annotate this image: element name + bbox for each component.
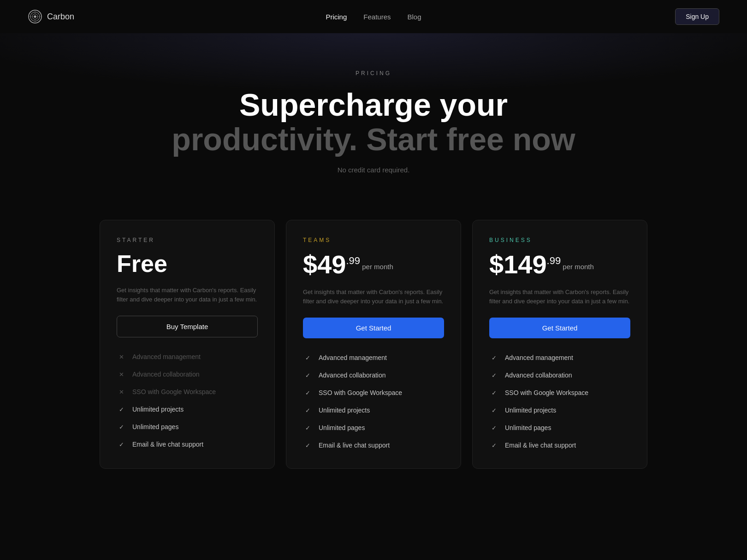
- card-starter: STARTER Free Get insights that matter wi…: [100, 220, 275, 469]
- feature-text: Unlimited pages: [132, 423, 178, 430]
- feature-text: Unlimited pages: [505, 424, 551, 431]
- nav-features[interactable]: Features: [363, 13, 391, 21]
- hero-title-line1: Supercharge your: [239, 87, 508, 122]
- feature-advanced-management: ✕ Advanced management: [117, 352, 258, 361]
- nav-blog[interactable]: Blog: [408, 13, 421, 21]
- feature-text: SSO with Google Workspace: [505, 389, 588, 396]
- check-icon: ✓: [117, 440, 126, 449]
- feature-chat-support: ✓ Email & live chat support: [117, 440, 258, 449]
- check-icon: ✓: [489, 371, 498, 380]
- feature-advanced-management: ✓ Advanced management: [489, 353, 630, 362]
- teams-cta-button[interactable]: Get Started: [303, 318, 444, 338]
- feature-chat-support: ✓ Email & live chat support: [303, 441, 444, 450]
- check-icon: ✓: [303, 388, 312, 397]
- feature-text: Unlimited projects: [319, 407, 370, 414]
- plan-price-business: $149.99 per month: [489, 252, 630, 277]
- feature-unlimited-pages: ✓ Unlimited pages: [489, 423, 630, 432]
- starter-features: ✕ Advanced management ✕ Advanced collabo…: [117, 352, 258, 449]
- feature-unlimited-projects: ✓ Unlimited projects: [489, 406, 630, 415]
- feature-text: Advanced management: [132, 353, 201, 360]
- feature-text: SSO with Google Workspace: [132, 388, 216, 395]
- feature-text: Email & live chat support: [319, 442, 390, 449]
- starter-cta-button[interactable]: Buy Template: [117, 316, 258, 337]
- feature-unlimited-projects: ✓ Unlimited projects: [303, 406, 444, 415]
- feature-text: Unlimited projects: [505, 407, 556, 414]
- check-icon: ✓: [489, 441, 498, 450]
- pricing-label: PRICING: [9, 70, 738, 77]
- feature-advanced-collaboration: ✓ Advanced collaboration: [489, 371, 630, 380]
- hero-section: PRICING Supercharge your productivity. S…: [0, 33, 747, 201]
- feature-text: Email & live chat support: [505, 442, 576, 449]
- feature-advanced-collaboration: ✓ Advanced collaboration: [303, 371, 444, 380]
- x-icon: ✕: [117, 352, 126, 361]
- feature-text: Unlimited projects: [132, 406, 184, 413]
- card-business: BUSINESS $149.99 per month Get insights …: [472, 220, 647, 469]
- feature-text: Email & live chat support: [132, 441, 203, 448]
- feature-text: SSO with Google Workspace: [319, 389, 402, 396]
- nav-links: Pricing Features Blog: [326, 13, 421, 21]
- plan-label-teams: TEAMS: [303, 237, 444, 243]
- feature-text: Advanced collaboration: [132, 371, 200, 378]
- hero-subtitle: No credit card required.: [9, 166, 738, 174]
- feature-sso: ✓ SSO with Google Workspace: [489, 388, 630, 397]
- feature-advanced-collaboration: ✕ Advanced collaboration: [117, 370, 258, 379]
- plan-desc-teams: Get insights that matter with Carbon's r…: [303, 288, 444, 307]
- logo-icon: [28, 9, 42, 24]
- signup-button[interactable]: Sign Up: [675, 8, 719, 25]
- feature-chat-support: ✓ Email & live chat support: [489, 441, 630, 450]
- plan-desc-business: Get insights that matter with Carbon's r…: [489, 288, 630, 307]
- check-icon: ✓: [303, 406, 312, 415]
- feature-unlimited-projects: ✓ Unlimited projects: [117, 405, 258, 414]
- feature-text: Advanced management: [319, 354, 387, 361]
- feature-text: Advanced management: [505, 354, 573, 361]
- plan-label-starter: STARTER: [117, 237, 258, 243]
- check-icon: ✓: [489, 406, 498, 415]
- teams-features: ✓ Advanced management ✓ Advanced collabo…: [303, 353, 444, 450]
- logo[interactable]: Carbon: [28, 9, 74, 24]
- feature-text: Advanced collaboration: [505, 371, 572, 379]
- pricing-cards: STARTER Free Get insights that matter wi…: [0, 201, 747, 506]
- card-teams: TEAMS $49.99 per month Get insights that…: [286, 220, 461, 469]
- hero-title-line2: productivity. Start free now: [172, 122, 575, 157]
- plan-price-teams: $49.99 per month: [303, 252, 444, 277]
- x-icon: ✕: [117, 387, 126, 396]
- plan-desc-starter: Get insights that matter with Carbon's r…: [117, 286, 258, 305]
- feature-advanced-management: ✓ Advanced management: [303, 353, 444, 362]
- plan-label-business: BUSINESS: [489, 237, 630, 243]
- nav-pricing[interactable]: Pricing: [326, 13, 347, 21]
- business-cta-button[interactable]: Get Started: [489, 318, 630, 338]
- feature-text: Advanced collaboration: [319, 371, 386, 379]
- feature-sso: ✓ SSO with Google Workspace: [303, 388, 444, 397]
- business-features: ✓ Advanced management ✓ Advanced collabo…: [489, 353, 630, 450]
- check-icon: ✓: [303, 423, 312, 432]
- navbar: Carbon Pricing Features Blog Sign Up: [0, 0, 747, 33]
- check-icon: ✓: [117, 405, 126, 414]
- plan-price-starter: Free: [117, 252, 258, 276]
- check-icon: ✓: [489, 423, 498, 432]
- logo-text: Carbon: [47, 12, 74, 22]
- x-icon: ✕: [117, 370, 126, 379]
- check-icon: ✓: [117, 422, 126, 431]
- check-icon: ✓: [303, 353, 312, 362]
- check-icon: ✓: [489, 388, 498, 397]
- feature-text: Unlimited pages: [319, 424, 365, 431]
- check-icon: ✓: [489, 353, 498, 362]
- feature-sso: ✕ SSO with Google Workspace: [117, 387, 258, 396]
- feature-unlimited-pages: ✓ Unlimited pages: [117, 422, 258, 431]
- hero-title: Supercharge your productivity. Start fre…: [166, 88, 581, 157]
- check-icon: ✓: [303, 371, 312, 380]
- check-icon: ✓: [303, 441, 312, 450]
- feature-unlimited-pages: ✓ Unlimited pages: [303, 423, 444, 432]
